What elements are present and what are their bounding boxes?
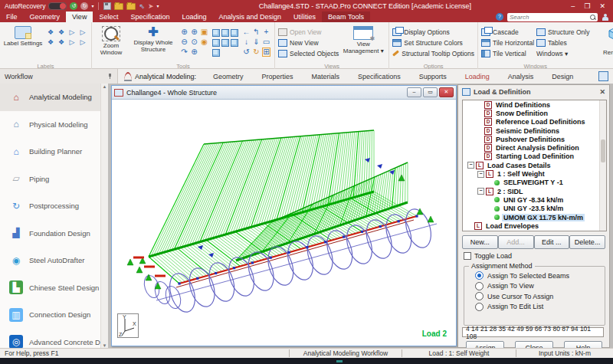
workflow-tab-analysis[interactable]: Analysis — [499, 69, 543, 84]
sidebar-item-building-planner[interactable]: ⌂Building Planner — [0, 138, 108, 166]
zoom-selected-icon[interactable]: ⊕ — [191, 48, 197, 56]
tile-horizontal-button[interactable]: Tile Horizontal — [481, 38, 534, 48]
delete-button[interactable]: Delete... — [569, 235, 605, 249]
folder-icon[interactable] — [126, 3, 136, 10]
display-whole-structure-button[interactable]: ✚ Display Whole Structure — [129, 25, 177, 53]
tree-item-starting-load-definition[interactable]: DStarting Load Definition — [463, 152, 606, 161]
tree-item-load-cases-details[interactable]: −LLoad Cases Details — [463, 161, 606, 169]
rotate-up-icon[interactable]: ↰ — [253, 28, 259, 36]
workflow-tab-supports[interactable]: Supports — [410, 69, 456, 84]
label-settings-button[interactable]: Label Settings — [3, 25, 43, 47]
tree-scrollbar[interactable] — [599, 100, 606, 231]
rotate-right-icon[interactable]: ⇓ — [253, 38, 259, 46]
structural-tooltip-options-button[interactable]: Structural Tooltip Options — [392, 48, 474, 58]
zoom-dynamic-icon[interactable]: ⊙ — [191, 38, 197, 46]
import-arrow-icon[interactable]: ⇖ — [139, 2, 145, 10]
windows-taskbar[interactable] — [0, 358, 613, 364]
menu-tab-select[interactable]: Select — [93, 11, 124, 22]
rotate-view-icon[interactable]: ◉ — [201, 38, 208, 46]
zoom-previous-icon[interactable]: ▣ — [201, 28, 208, 36]
qat-dropdown-icon[interactable]: ▾ — [91, 3, 93, 8]
layout-icon[interactable] — [598, 71, 608, 81]
tree-item-wind-definitions[interactable]: DWind Definitions — [463, 100, 606, 109]
restore-button[interactable]: ❐ — [584, 2, 590, 10]
load-panel-close-icon[interactable]: ✕ — [599, 88, 605, 96]
new-button[interactable]: New... — [462, 235, 498, 249]
help-icon[interactable]: ? — [496, 13, 503, 21]
tree-item-reference-load-definitions[interactable]: DReference Load Definitions — [463, 118, 606, 126]
structure-canvas[interactable]: Y X Z Load 2 — [112, 100, 454, 344]
spin-right-icon[interactable]: ↻ — [253, 48, 259, 56]
menu-tab-loading[interactable]: Loading — [175, 11, 212, 22]
search-input[interactable]: Search — [507, 13, 598, 21]
tree-item-direct-analysis-definition[interactable]: DDirect Analysis Definition — [463, 143, 606, 152]
view-close-button[interactable]: ✕ — [439, 87, 454, 97]
plate-cursor-icon[interactable]: ▷ — [70, 38, 75, 46]
save-icon[interactable] — [103, 2, 111, 10]
plate-labels-icon[interactable]: ❖ — [48, 38, 54, 46]
zoom-extents-icon[interactable]: ⊕ — [191, 28, 197, 36]
selected-objects-button[interactable]: Selected Objects — [278, 48, 339, 58]
view-bottom-icon[interactable] — [231, 39, 238, 47]
view-side-icon[interactable] — [212, 39, 220, 47]
sidebar-item-analytical-modeling[interactable]: ⌂Analytical Modeling — [0, 84, 108, 111]
workflow-tab-materials[interactable]: Materials — [303, 69, 349, 84]
radio-assign-to-view[interactable]: Assign To View — [475, 282, 569, 290]
solid-labels-icon[interactable]: ❖ — [58, 38, 64, 46]
close-button[interactable]: ✕ — [599, 2, 605, 10]
tree-item-1-self-weight[interactable]: −L1 : Self Weight — [463, 169, 606, 178]
node-cursor-icon[interactable]: ▷ — [70, 28, 75, 36]
tree-expander-icon[interactable]: − — [477, 188, 484, 195]
workflow-tab-specifications[interactable]: Specifications — [349, 69, 410, 84]
menu-tab-geometry[interactable]: Geometry — [24, 11, 67, 22]
tree-item-selfweight-y-1[interactable]: SELFWEIGHT Y -1 — [463, 179, 606, 187]
rotate-left-icon[interactable]: ← — [243, 28, 251, 36]
view-front-icon[interactable] — [231, 29, 238, 37]
tree-item-umom-gx-11-75-kn-m-m[interactable]: UMOM GX 11.75 kN-m/m — [463, 213, 606, 221]
four-views-icon[interactable]: ⊞ — [262, 48, 270, 57]
zoom-in-icon[interactable]: ⊕ — [181, 28, 187, 36]
radio-use-cursor-to-assign[interactable]: Use Cursor To Assign — [475, 292, 569, 300]
radio-icon[interactable] — [475, 271, 484, 280]
workflow-tab-geometry[interactable]: Geometry — [204, 69, 253, 84]
spin-left-icon[interactable]: ↺ — [243, 48, 249, 56]
undo-icon[interactable]: ↺ — [70, 2, 77, 10]
sidebar-item-connection-design[interactable]: ▥Connection Design — [0, 301, 108, 329]
rotate-down-icon[interactable]: ↓ — [244, 38, 248, 46]
sidebar-item-physical-modeling[interactable]: ⌂Physical Modeling — [0, 111, 108, 139]
export-arrow-icon[interactable]: ➤ — [148, 2, 154, 10]
menu-tab-beam-tools[interactable]: Beam Tools — [322, 11, 370, 22]
pan-icon[interactable]: ↷ — [181, 48, 187, 56]
workflow-tab-design[interactable]: Design — [543, 69, 582, 84]
windows-dropdown-button[interactable]: Windows ▾ — [536, 48, 589, 58]
view-back-icon[interactable] — [221, 39, 229, 47]
sidebar-item-chinese-steel-design[interactable]: ▙Chinese Steel Design — [0, 274, 108, 302]
view-maximize-button[interactable]: ▭ — [423, 87, 438, 97]
3d-rendering-button[interactable]: 3DRendering — [595, 25, 613, 56]
tables-button[interactable]: Tables — [536, 38, 589, 48]
sidebar-item-steel-autodrafter[interactable]: ◉Steel AutoDrafter — [0, 247, 108, 274]
new-view-button[interactable]: New View — [278, 38, 339, 48]
tree-item-pushover-definitions[interactable]: DPushover Definitions — [463, 135, 606, 143]
menu-tab-utilities[interactable]: Utilities — [287, 11, 322, 22]
set-structure-colors-button[interactable]: Set Structure Colors — [392, 38, 474, 48]
display-options-button[interactable]: Display Options — [392, 27, 474, 37]
sidebar-scrollbar[interactable]: ▲▼ — [100, 84, 108, 349]
tree-item-uni-gy-23-5-kn-m[interactable]: UNI GY -23.5 kN/m — [463, 205, 606, 213]
sidebar-item-postprocessing[interactable]: ↻Postprocessing — [0, 192, 108, 220]
tree-item-load-envelopes[interactable]: LLoad Envelopes — [463, 221, 606, 230]
edit-button[interactable]: Edit ... — [534, 235, 570, 249]
autorecovery-toggle[interactable] — [48, 2, 67, 10]
cascade-button[interactable]: Cascade — [481, 27, 534, 37]
tree-item-snow-definition[interactable]: DSnow Definition — [463, 109, 606, 117]
menu-tab-file[interactable]: File — [0, 11, 24, 22]
checkbox-icon[interactable] — [464, 252, 471, 260]
view-management-button[interactable]: View Management ▾ — [341, 25, 385, 54]
solid-cursor-icon[interactable]: ▷ — [80, 38, 86, 46]
toggle-load-checkbox[interactable]: Toggle Load — [464, 252, 512, 260]
view-top-icon[interactable] — [221, 29, 229, 37]
view-iso-icon[interactable] — [212, 29, 220, 37]
beam-list-field[interactable]: 4 14 21 28 35 42 49 59 66 73 80 87 94 10… — [462, 327, 604, 337]
tree-item-seismic-definitions[interactable]: DSeismic Definitions — [463, 126, 606, 135]
tree-expander-icon[interactable]: − — [467, 162, 474, 169]
